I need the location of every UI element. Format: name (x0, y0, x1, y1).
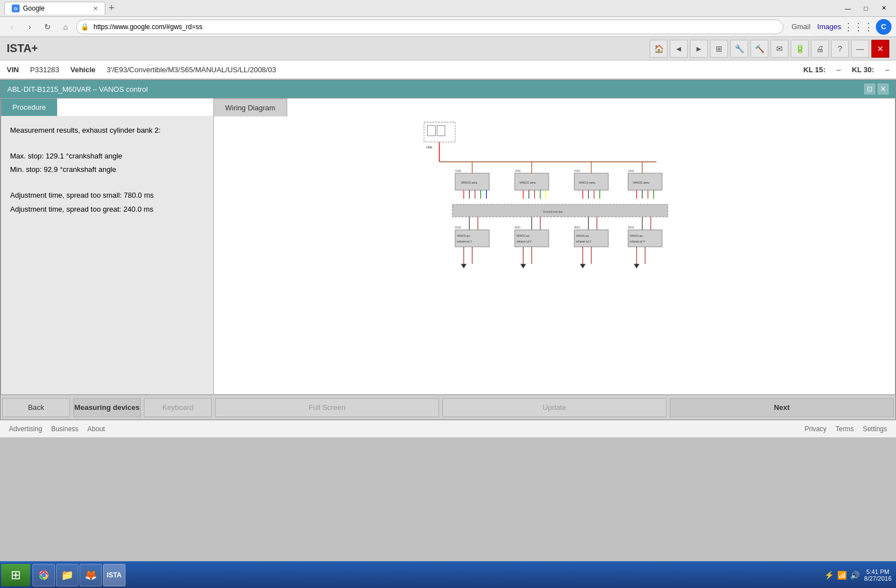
svg-text:exhaust cyl 4: exhaust cyl 4 (630, 240, 645, 243)
ista-close-button[interactable]: ✕ (871, 40, 889, 58)
main-panel: ABL-DIT-B1215_M60VAR – VANOS control ⊡ ✕… (0, 80, 896, 420)
svg-text:B063: B063 (628, 226, 634, 229)
taskbar-app-firefox[interactable]: 🦊 (80, 564, 102, 586)
kl30-label: KL 30: (852, 66, 874, 74)
help-icon-button[interactable]: ? (831, 40, 849, 58)
wiring-diagram-area: DME VANOS sens. (214, 116, 895, 394)
adj-time-great-value: 240.0 ms (123, 205, 153, 213)
print-icon-button[interactable]: 🖨 (811, 40, 829, 58)
taskbar-right: ⚡ 📶 🔊 5:41 PM 8/27/2016 (824, 568, 896, 582)
adj-time-great-label: Adjustment time, spread too great: (10, 205, 122, 213)
taskbar-date-display: 8/27/2016 (864, 575, 892, 582)
svg-text:VANOS act.: VANOS act. (516, 235, 530, 237)
window-close-button[interactable]: ✕ (876, 3, 892, 14)
svg-text:VANOS act.: VANOS act. (457, 235, 470, 237)
max-stop-value: 129.1 °crankshaft angle (46, 152, 123, 160)
taskbar-app-chrome[interactable] (32, 564, 55, 586)
battery-icon-button[interactable]: 🔋 (791, 40, 809, 58)
min-stop-value: 92.9 °crankshaft angle (44, 165, 116, 174)
back-button[interactable]: Back (2, 398, 70, 417)
svg-rect-1 (427, 125, 435, 136)
vin-value: P331283 (30, 66, 59, 74)
svg-rect-59 (628, 230, 662, 246)
settings-icon-button[interactable]: 🔧 (730, 40, 748, 58)
footer-advertising[interactable]: Advertising (9, 425, 42, 433)
panel-close-button[interactable]: ✕ (878, 83, 889, 95)
svg-marker-74 (461, 264, 466, 268)
svg-text:VANOS sens.: VANOS sens. (633, 181, 650, 184)
panel-expand-button[interactable]: ⊡ (864, 83, 875, 95)
next-button[interactable]: Next (670, 398, 894, 417)
browser-tab[interactable]: G Google ✕ (4, 2, 105, 15)
gmail-link[interactable]: Gmail (791, 22, 810, 31)
window-minimize-button[interactable]: — (840, 3, 856, 14)
start-button[interactable]: ⊞ (1, 564, 30, 586)
right-panel: Wiring Diagram DME (214, 99, 895, 394)
measuring-devices-button[interactable]: Measuring devices (73, 398, 141, 417)
taskbar-time-display: 5:41 PM (864, 568, 892, 575)
next-icon-button[interactable]: ► (690, 40, 708, 58)
svg-rect-0 (424, 122, 455, 142)
nav-home-button[interactable]: ⌂ (58, 20, 73, 34)
nav-back-button[interactable]: ‹ (4, 20, 19, 34)
footer-settings[interactable]: Settings (863, 425, 887, 433)
ista-application: ISTA+ 🏠 ◄ ► ⊞ 🔧 🔨 ✉ 🔋 🖨 ? — ✕ VIN P33128… (0, 37, 896, 420)
update-button[interactable]: Update (442, 398, 666, 417)
footer-business[interactable]: Business (51, 425, 78, 433)
new-tab-button[interactable]: + (105, 2, 118, 14)
ista-toolbar-icons: 🏠 ◄ ► ⊞ 🔧 🔨 ✉ 🔋 🖨 ? — ✕ (650, 40, 889, 58)
ista-title: ISTA+ (7, 42, 38, 55)
footer-privacy[interactable]: Privacy (805, 425, 827, 433)
procedure-tab[interactable]: Procedure (1, 99, 57, 116)
taskbar-apps: 📁 🦊 ISTA (32, 564, 125, 586)
footer-about[interactable]: About (87, 425, 105, 433)
svg-text:A063: A063 (628, 170, 634, 172)
window-controls: — □ ✕ (840, 3, 892, 14)
left-button-group: Back Measuring devices Keyboard (1, 396, 213, 419)
taskbar-app-files[interactable]: 📁 (56, 564, 78, 586)
svg-marker-77 (634, 264, 640, 268)
start-icon: ⊞ (11, 568, 21, 582)
address-bar[interactable] (76, 20, 783, 34)
svg-text:VANOS sens.: VANOS sens. (579, 181, 596, 184)
svg-text:A060: A060 (455, 170, 461, 172)
email-icon-button[interactable]: ✉ (771, 40, 788, 58)
svg-text:VANOS sens.: VANOS sens. (461, 181, 478, 184)
tools-icon-button[interactable]: 🔨 (750, 40, 768, 58)
images-link[interactable]: Images (817, 22, 841, 31)
google-apps-icon[interactable]: ⋮⋮⋮ (843, 21, 874, 33)
svg-text:B061: B061 (515, 226, 521, 229)
taskbar-app-ista[interactable]: ISTA (103, 564, 125, 586)
adj-time-great-line: Adjustment time, spread too great: 240.0… (10, 204, 204, 216)
kl15-label: KL 15: (804, 66, 826, 74)
taskbar-icon-network: 📶 (837, 571, 847, 580)
user-avatar[interactable]: C (876, 19, 892, 35)
svg-point-79 (41, 573, 46, 577)
svg-marker-76 (580, 264, 586, 268)
svg-text:exhaust cyl 1: exhaust cyl 1 (457, 240, 472, 243)
home-icon-button[interactable]: 🏠 (650, 40, 668, 58)
right-button-group: Full Screen Update Next (213, 396, 895, 419)
tab-close-button[interactable]: ✕ (93, 5, 98, 12)
kl30-value: – (885, 66, 889, 74)
svg-rect-56 (574, 230, 608, 246)
prev-icon-button[interactable]: ◄ (670, 40, 688, 58)
window-maximize-button[interactable]: □ (858, 3, 874, 14)
copy-icon-button[interactable]: ⊞ (710, 40, 728, 58)
ssl-icon: 🔒 (81, 23, 89, 31)
svg-text:A062: A062 (574, 170, 580, 172)
nav-forward-button[interactable]: › (22, 20, 37, 34)
minimize-icon-button[interactable]: — (851, 40, 869, 58)
ista-toolbar: ISTA+ 🏠 ◄ ► ⊞ 🔧 🔨 ✉ 🔋 🖨 ? — ✕ (0, 37, 896, 60)
footer-terms[interactable]: Terms (836, 425, 854, 433)
svg-rect-53 (515, 230, 549, 246)
keyboard-button[interactable]: Keyboard (144, 398, 212, 417)
panel-title-text: ABL-DIT-B1215_M60VAR – VANOS control (7, 85, 148, 94)
wiring-diagram-tab[interactable]: Wiring Diagram (214, 99, 287, 116)
left-panel: Procedure Measurement results, exhaust c… (1, 99, 214, 394)
taskbar-icon-app: ⚡ (824, 571, 834, 580)
nav-refresh-button[interactable]: ↻ (40, 20, 55, 34)
tab-label: Google (23, 4, 45, 12)
fullscreen-button[interactable]: Full Screen (215, 398, 439, 417)
measurement-header: Measurement results, exhaust cylinder ba… (10, 125, 204, 137)
